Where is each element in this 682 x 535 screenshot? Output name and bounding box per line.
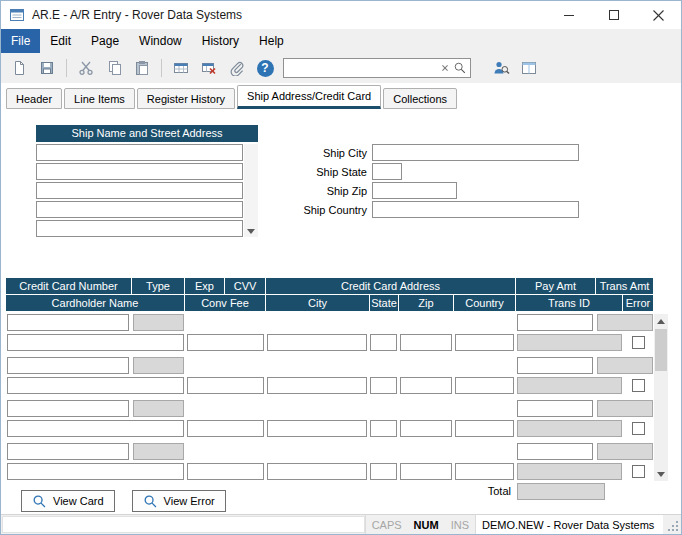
paste-button[interactable] xyxy=(130,56,154,80)
ship-zip-input[interactable] xyxy=(372,182,457,199)
help-button[interactable] xyxy=(253,56,277,80)
card-type-field xyxy=(133,357,184,374)
close-button[interactable] xyxy=(636,1,681,29)
conv-fee-input[interactable] xyxy=(187,463,264,480)
col-pay-amt: Pay Amt xyxy=(516,278,596,294)
pay-amt-input[interactable] xyxy=(517,357,593,374)
lookup-user-icon xyxy=(493,60,510,76)
card-type-field xyxy=(133,443,184,460)
search-input[interactable] xyxy=(288,60,437,76)
error-checkbox[interactable] xyxy=(632,336,645,349)
card-number-input[interactable] xyxy=(7,400,129,417)
grid-scrollbar[interactable] xyxy=(654,314,668,481)
lookup-user-button[interactable] xyxy=(489,56,513,80)
ship-state-label: Ship State xyxy=(299,166,367,178)
menu-file[interactable]: File xyxy=(1,29,40,53)
tab-header[interactable]: Header xyxy=(6,88,62,109)
grid-close-button[interactable] xyxy=(197,56,221,80)
card-country-input[interactable] xyxy=(455,334,514,351)
scroll-up-icon xyxy=(657,319,665,324)
card-state-input[interactable] xyxy=(370,420,397,437)
credit-card-grid: Credit Card Number Type Exp CVV Credit C… xyxy=(6,278,668,486)
ship-address-line-input[interactable] xyxy=(36,144,243,161)
card-city-input[interactable] xyxy=(267,377,367,394)
save-button[interactable] xyxy=(35,56,59,80)
scroll-down-icon[interactable] xyxy=(247,229,255,234)
card-zip-input[interactable] xyxy=(400,463,452,480)
menu-window[interactable]: Window xyxy=(129,29,192,53)
minimize-icon xyxy=(564,10,574,20)
new-document-button[interactable] xyxy=(7,56,31,80)
conv-fee-input[interactable] xyxy=(187,377,264,394)
error-checkbox[interactable] xyxy=(632,422,645,435)
card-city-input[interactable] xyxy=(267,420,367,437)
card-state-input[interactable] xyxy=(370,334,397,351)
copy-button[interactable] xyxy=(102,56,126,80)
ship-address-scrollbar[interactable] xyxy=(244,144,258,237)
card-number-input[interactable] xyxy=(7,314,129,331)
ship-address-line-input[interactable] xyxy=(36,163,243,180)
error-checkbox[interactable] xyxy=(632,379,645,392)
ship-address-line-input[interactable] xyxy=(36,182,243,199)
tab-ship-address-credit-card[interactable]: Ship Address/Credit Card xyxy=(237,85,381,109)
menu-history[interactable]: History xyxy=(192,29,249,53)
attachment-button[interactable] xyxy=(225,56,249,80)
search-magnifier-icon[interactable] xyxy=(453,61,467,75)
window-layout-button[interactable] xyxy=(517,56,541,80)
ship-country-input[interactable] xyxy=(372,201,579,218)
pay-amt-input[interactable] xyxy=(517,443,593,460)
card-zip-input[interactable] xyxy=(400,334,452,351)
cut-button[interactable] xyxy=(74,56,98,80)
cardholder-name-input[interactable] xyxy=(7,334,184,351)
cardholder-name-input[interactable] xyxy=(7,463,184,480)
maximize-button[interactable] xyxy=(591,1,636,29)
ship-address-line-input[interactable] xyxy=(36,220,243,237)
card-zip-input[interactable] xyxy=(400,420,452,437)
card-country-input[interactable] xyxy=(455,420,514,437)
view-card-button[interactable]: View Card xyxy=(21,490,115,512)
conv-fee-input[interactable] xyxy=(187,334,264,351)
card-number-input[interactable] xyxy=(7,443,129,460)
tab-line-items[interactable]: Line Items xyxy=(64,88,135,109)
grid-header-row-2: Cardholder Name Conv Fee City State Zip … xyxy=(6,295,653,311)
card-country-input[interactable] xyxy=(455,377,514,394)
copy-icon xyxy=(106,60,122,76)
card-zip-input[interactable] xyxy=(400,377,452,394)
total-label: Total xyxy=(426,485,511,497)
card-city-input[interactable] xyxy=(267,463,367,480)
card-type-field xyxy=(133,314,184,331)
scroll-down-button[interactable] xyxy=(654,467,668,481)
menu-help[interactable]: Help xyxy=(249,29,294,53)
col-country: Country xyxy=(454,295,516,311)
card-number-input[interactable] xyxy=(7,357,129,374)
resize-grip[interactable] xyxy=(663,515,681,534)
search-clear-icon[interactable] xyxy=(439,62,451,74)
maximize-icon xyxy=(609,10,619,20)
card-city-input[interactable] xyxy=(267,334,367,351)
scroll-up-button[interactable] xyxy=(654,314,668,328)
grid-view-button[interactable] xyxy=(169,56,193,80)
minimize-button[interactable] xyxy=(546,1,591,29)
tab-register-history[interactable]: Register History xyxy=(137,88,235,109)
ship-city-input[interactable] xyxy=(372,144,579,161)
menu-edit[interactable]: Edit xyxy=(40,29,81,53)
card-country-input[interactable] xyxy=(455,463,514,480)
menubar: File Edit Page Window History Help xyxy=(1,29,681,53)
ship-country-label: Ship Country xyxy=(299,204,367,216)
scrollbar-thumb[interactable] xyxy=(655,329,667,371)
card-grid-row xyxy=(6,314,653,352)
ship-address-line-input[interactable] xyxy=(36,201,243,218)
cardholder-name-input[interactable] xyxy=(7,377,184,394)
ship-state-input[interactable] xyxy=(372,163,402,180)
tab-collections[interactable]: Collections xyxy=(383,88,457,109)
pay-amt-input[interactable] xyxy=(517,400,593,417)
pay-amt-input[interactable] xyxy=(517,314,593,331)
view-error-button[interactable]: View Error xyxy=(132,490,226,512)
card-state-input[interactable] xyxy=(370,377,397,394)
card-row-line-1 xyxy=(6,314,653,332)
card-state-input[interactable] xyxy=(370,463,397,480)
cardholder-name-input[interactable] xyxy=(7,420,184,437)
conv-fee-input[interactable] xyxy=(187,420,264,437)
error-checkbox[interactable] xyxy=(632,465,645,478)
menu-page[interactable]: Page xyxy=(81,29,129,53)
